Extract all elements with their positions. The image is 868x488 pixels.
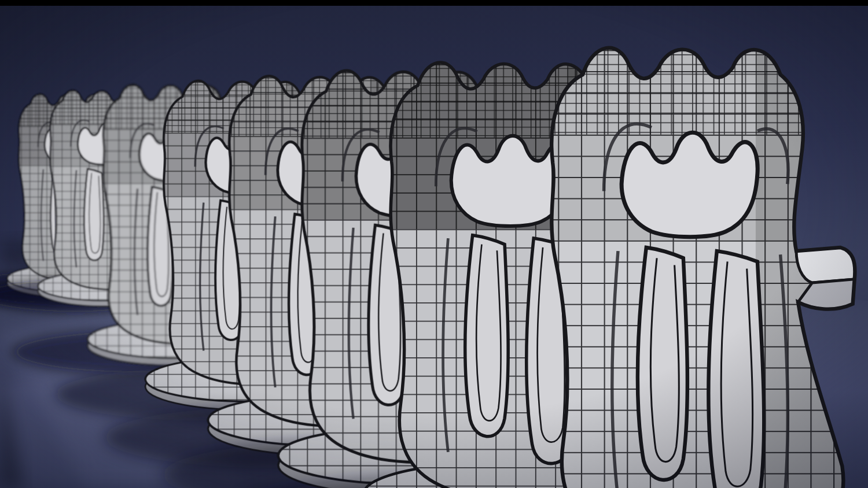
letterbox-bar <box>0 0 868 6</box>
vignette-overlay <box>0 0 868 488</box>
render-canvas <box>0 0 868 488</box>
render-viewport <box>0 0 868 488</box>
